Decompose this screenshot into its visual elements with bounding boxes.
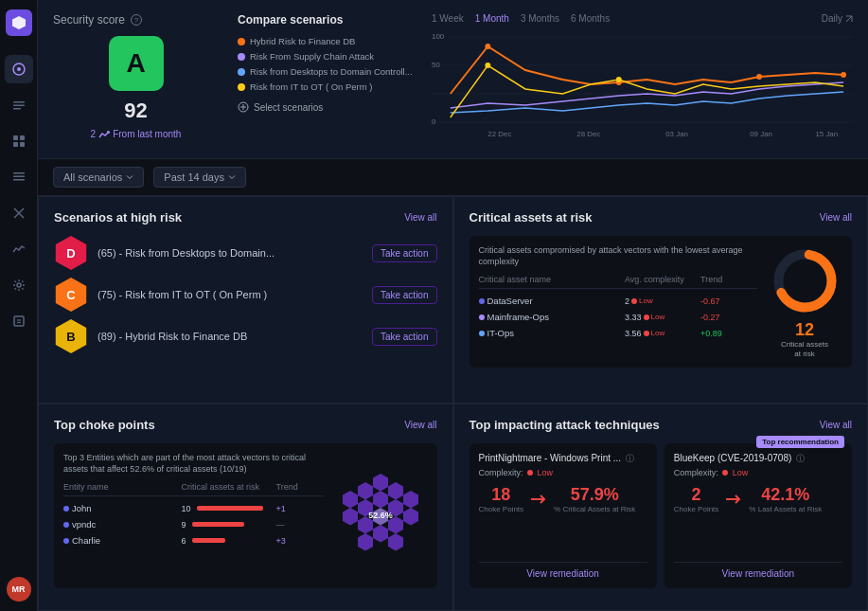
arrow-right-icon-1 [529, 493, 548, 506]
tab-3months[interactable]: 3 Months [521, 13, 559, 24]
bar-1: 10 [182, 504, 276, 513]
attack-stats-2: 2 Choke Points 42.1% % Last Assets at Ri… [674, 485, 842, 514]
time-filter-btn[interactable]: Past 14 days [153, 167, 246, 188]
attack-grid: PrintNightmare - Windows Print ... ⓘ Com… [469, 443, 853, 588]
tab-6months[interactable]: 6 Months [571, 13, 610, 24]
user-avatar[interactable]: MR [7, 577, 31, 602]
svg-rect-6 [20, 135, 25, 140]
svg-point-14 [17, 283, 21, 287]
chevron-down-icon-scenarios [126, 173, 133, 181]
attack-info-icon-1[interactable]: ⓘ [626, 454, 634, 463]
svg-marker-45 [373, 491, 388, 509]
table-row: DataServer 2 Low -0.67 [479, 293, 758, 309]
select-scenarios-icon [238, 101, 249, 113]
tab-1month[interactable]: 1 Month [475, 13, 509, 24]
main-chart: 100 50 0 22 Dec 28 Dec 03 Jan 09 Jan 15 … [432, 27, 853, 141]
asset-dot-2 [479, 314, 485, 320]
tab-1week[interactable]: 1 Week [432, 13, 464, 24]
view-remediation-2[interactable]: View remediation [674, 562, 842, 579]
take-action-btn-2[interactable]: Take action [372, 286, 437, 304]
scenarios-panel-title: Scenarios at high risk [54, 210, 182, 225]
bar-2: 9 [182, 520, 276, 530]
attack-techniques-header: Top impacting attack techniques View all [469, 418, 853, 432]
attack-info-icon-2[interactable]: ⓘ [796, 454, 805, 463]
scenario-text-2: (75) - Risk from IT to OT ( On Perm ) [97, 289, 363, 300]
svg-rect-3 [13, 105, 25, 107]
asset-dot-3 [479, 331, 485, 336]
scenario-text-3: (89) - Hybrid Risk to Finance DB [97, 331, 363, 342]
legend-label-4: Risk from IT to OT ( On Perm ) [250, 81, 373, 92]
sidebar-item-alerts[interactable] [5, 307, 33, 335]
filter-bar: All scenarios Past 14 days [38, 159, 868, 196]
donut-label: Critical assets at risk [781, 340, 828, 358]
sidebar-item-settings[interactable] [5, 271, 33, 299]
scenario-item-3: B (89) - Hybrid Risk to Finance DB Take … [54, 319, 437, 353]
svg-marker-49 [343, 508, 358, 526]
sidebar-item-cross[interactable] [5, 199, 33, 227]
dashboard-grid: Scenarios at high risk View all D (65) -… [38, 196, 868, 611]
choke-dot-1 [63, 506, 69, 512]
legend-item-3: Risk from Desktops to Domain Controll... [238, 66, 413, 77]
scenarios-view-all[interactable]: View all [404, 212, 436, 223]
security-score-title: Security score ? [53, 13, 219, 27]
scenarios-filter-btn[interactable]: All scenarios [53, 167, 144, 188]
legend-item-1: Hybrid Risk to Finance DB [238, 36, 413, 46]
choke-points-inner: Top 3 Entities which are part of the mos… [54, 443, 437, 588]
svg-rect-7 [13, 142, 18, 147]
take-action-btn-3[interactable]: Take action [372, 328, 437, 346]
main-content: Security score ? A 92 2 From last month … [38, 0, 868, 611]
sidebar-item-home[interactable] [5, 55, 33, 83]
bar-3: 6 [182, 536, 276, 546]
app-logo[interactable] [6, 9, 32, 36]
svg-marker-54 [373, 525, 388, 543]
complexity-dot-1 [631, 298, 637, 304]
take-action-btn-1[interactable]: Take action [372, 244, 437, 262]
donut-chart: 12 Critical assets at risk [767, 245, 842, 358]
asset-dot-1 [479, 298, 485, 304]
chevron-down-icon-time [228, 173, 236, 181]
attack-complexity-1: Complexity: Low [479, 468, 647, 477]
scenario-item-2: C (75) - Risk from IT to OT ( On Perm ) … [54, 278, 437, 312]
legend-label-1: Hybrid Risk to Finance DB [250, 36, 355, 46]
svg-point-36 [841, 72, 846, 78]
critical-assets-view-all[interactable]: View all [820, 212, 852, 223]
choke-points-header: Top choke points View all [54, 418, 437, 432]
sidebar-item-activities[interactable] [5, 91, 33, 119]
choke-count-2: 2 [674, 485, 719, 505]
honeycomb-svg: 52.6% [333, 469, 428, 564]
view-remediation-1[interactable]: View remediation [479, 562, 647, 579]
choke-table-header: Entity name Critical assets at risk Tren… [63, 482, 324, 496]
honeycomb-chart: 52.6% [333, 453, 428, 579]
critical-assets-panel: Critical assets at risk View all Critica… [453, 196, 869, 404]
attack-techniques-view-all[interactable]: View all [820, 420, 852, 430]
legend-dot-2 [238, 53, 245, 61]
legend-dot-1 [238, 38, 245, 45]
select-scenarios-btn[interactable]: Select scenarios [238, 101, 413, 113]
critical-assets-title: Critical assets at risk [469, 210, 593, 225]
sidebar-item-graph[interactable] [5, 235, 33, 263]
critical-table-header: Critical asset name Avg. complexity Tren… [479, 275, 758, 289]
complexity-indicator-1 [527, 470, 533, 476]
attack-title-2: BlueKeep (CVE-2019-0708) ⓘ [674, 453, 842, 465]
security-score-info-icon[interactable]: ? [131, 14, 142, 26]
top-section: Security score ? A 92 2 From last month … [38, 0, 868, 159]
sidebar-item-grid[interactable] [5, 127, 33, 155]
donut-svg [770, 245, 841, 316]
svg-point-37 [485, 63, 490, 68]
attack-stats-1: 18 Choke Points 57.9% % Critical Assets … [479, 485, 647, 514]
svg-rect-11 [13, 179, 25, 181]
choke-points-view-all[interactable]: View all [404, 420, 436, 430]
chart-daily-toggle[interactable]: Daily [822, 13, 853, 24]
svg-text:09 Jan: 09 Jan [750, 130, 772, 138]
svg-point-1 [17, 67, 21, 71]
scenarios-panel-header: Scenarios at high risk View all [54, 210, 437, 225]
scenarios-high-risk-panel: Scenarios at high risk View all D (65) -… [38, 196, 453, 404]
score-grade-badge: A [109, 36, 164, 91]
choke-subtitle: Top 3 Entities which are part of the mos… [63, 453, 324, 475]
svg-text:15 Jan: 15 Jan [815, 130, 838, 138]
svg-marker-55 [358, 533, 373, 551]
sidebar-item-list[interactable] [5, 163, 33, 191]
scenario-badge-b: B [54, 319, 88, 353]
attack-complexity-2: Complexity: Low [674, 468, 842, 477]
choke-dot-2 [63, 522, 69, 528]
